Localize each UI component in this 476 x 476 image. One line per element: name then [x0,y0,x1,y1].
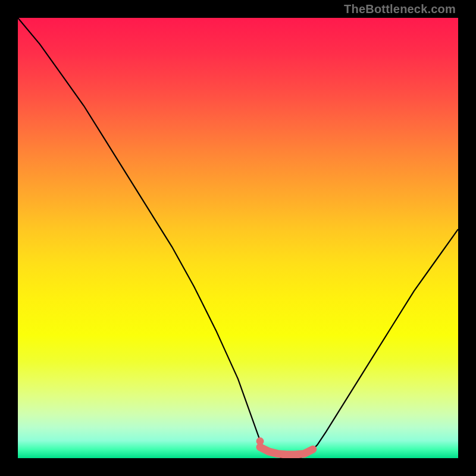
watermark: TheBottleneck.com [344,2,456,16]
optimal-dot-icon [256,437,264,445]
chart-container: TheBottleneck.com [0,0,476,476]
bottleneck-curve [18,18,458,458]
plot-area [18,18,458,458]
curve-layer [18,18,458,458]
optimal-range-highlight [260,447,313,455]
